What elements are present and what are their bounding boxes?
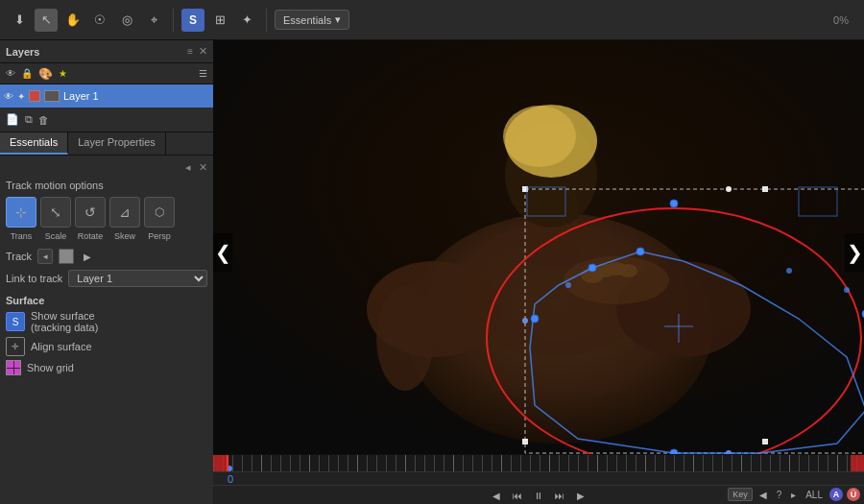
skew-label: Skew bbox=[109, 231, 140, 241]
timeline-help-btn[interactable]: ? bbox=[774, 489, 785, 501]
separator-2 bbox=[266, 9, 267, 32]
badge-u[interactable]: Ü bbox=[847, 488, 860, 501]
layer-color bbox=[29, 90, 40, 102]
add-layer-icon[interactable]: 📄 bbox=[6, 113, 19, 126]
layer-star-icon: ✦ bbox=[17, 91, 25, 102]
skew-icon bbox=[119, 204, 131, 220]
svg-point-31 bbox=[670, 200, 678, 207]
layers-close-icon[interactable]: ✕ bbox=[199, 45, 207, 58]
show-grid-row: Show grid bbox=[6, 360, 207, 375]
rotate-button[interactable] bbox=[75, 197, 106, 228]
svg-point-38 bbox=[786, 268, 792, 274]
svg-point-8 bbox=[503, 106, 576, 167]
timeline-all-btn[interactable]: ALL bbox=[803, 489, 826, 501]
layers-title: Layers bbox=[6, 46, 39, 58]
rotate-icon bbox=[84, 204, 96, 220]
layers-icons-row: 👁 🔒 🎨 ★ ☰ bbox=[0, 63, 213, 84]
persp-icon bbox=[155, 205, 164, 219]
svg-point-24 bbox=[522, 318, 528, 324]
timeline-play-btn[interactable]: ▶ bbox=[572, 487, 589, 504]
svg-rect-17 bbox=[762, 186, 768, 192]
separator-1 bbox=[173, 9, 174, 32]
select-tool[interactable]: ↖ bbox=[35, 9, 58, 32]
delete-layer-icon[interactable]: 🗑 bbox=[38, 114, 49, 126]
persp-label: Persp bbox=[144, 231, 175, 241]
lock-icon[interactable]: 🔒 bbox=[21, 68, 33, 79]
layers-menu-icon[interactable]: ≡ bbox=[187, 46, 193, 57]
motion-labels-row: Trans Scale Rotate Skew Persp bbox=[6, 231, 207, 241]
top-toolbar: ⬇ ↖ ✋ ☉ ◎ ⌖ S ⊞ ✦ Essentials ▾ 0% bbox=[0, 0, 864, 40]
s-tool[interactable]: S bbox=[181, 9, 204, 32]
svg-rect-19 bbox=[522, 439, 528, 444]
timeline-step-fwd-btn[interactable]: ⏭ bbox=[551, 487, 568, 504]
star-tool[interactable]: ✦ bbox=[235, 9, 258, 32]
scale-icon bbox=[50, 204, 61, 220]
trans-button[interactable] bbox=[6, 197, 36, 228]
timeline-pause-btn[interactable]: ⏸ bbox=[530, 487, 547, 504]
timeline-end-marker bbox=[851, 455, 864, 472]
hand-tool[interactable]: ✋ bbox=[61, 9, 84, 32]
timeline-scrub[interactable]: 0 bbox=[213, 472, 864, 486]
timeline: 0 ◀ ⏮ ⏸ ⏭ ▶ Key ◀ ? ▸ ALL A Ü bbox=[213, 454, 864, 504]
scale-button[interactable] bbox=[40, 197, 71, 228]
timeline-go-start-btn[interactable]: ◀ bbox=[488, 487, 505, 504]
skew-button[interactable] bbox=[109, 197, 140, 228]
timeline-frame-number: 0 bbox=[221, 473, 240, 485]
timeline-playhead[interactable] bbox=[227, 455, 228, 471]
tab-layer-properties[interactable]: Layer Properties bbox=[68, 132, 166, 155]
eye-icon[interactable]: 👁 bbox=[6, 68, 15, 79]
ruler-major-marks bbox=[213, 455, 864, 471]
persp-button[interactable] bbox=[144, 197, 175, 228]
canvas-prev-button[interactable]: ❮ bbox=[213, 233, 232, 272]
timeline-step-back-btn[interactable]: ⏮ bbox=[509, 487, 526, 504]
layer-1-row[interactable]: 👁 ✦ Layer 1 bbox=[0, 84, 213, 108]
track-back-btn[interactable]: ◂ bbox=[37, 249, 53, 264]
svg-point-22 bbox=[726, 186, 732, 192]
track-row: Track ◂ ▶ bbox=[6, 249, 207, 264]
essentials-dropdown[interactable]: Essentials ▾ bbox=[275, 10, 349, 30]
panel-close-icon[interactable]: ✕ bbox=[199, 161, 207, 174]
show-grid-label: Show grid bbox=[27, 362, 74, 373]
timeline-right-controls: Key ◀ ? ▸ ALL A Ü bbox=[728, 485, 860, 504]
align-surface-label: Align surface bbox=[31, 341, 92, 352]
trans-icon bbox=[15, 204, 27, 220]
canvas-svg[interactable] bbox=[213, 40, 864, 454]
star-layer-icon[interactable]: ★ bbox=[59, 68, 67, 79]
list-icon[interactable]: ☰ bbox=[199, 68, 207, 79]
cursor-tool[interactable]: ⌖ bbox=[142, 9, 165, 32]
link-to-track-select[interactable]: Layer 1 bbox=[68, 270, 207, 287]
download-tool[interactable]: ⬇ bbox=[8, 9, 31, 32]
circle-tool[interactable]: ◎ bbox=[115, 9, 138, 32]
layers-panel-header: Layers ≡ ✕ bbox=[0, 40, 213, 63]
color-icon[interactable]: 🎨 bbox=[38, 67, 53, 81]
scale-label: Scale bbox=[40, 231, 71, 241]
timeline-start-marker bbox=[213, 455, 227, 472]
rotate-label: Rotate bbox=[75, 231, 106, 241]
track-stop-btn[interactable] bbox=[59, 249, 74, 264]
align-surface-row: ✛ Align surface bbox=[6, 337, 207, 356]
canvas-area[interactable] bbox=[213, 40, 864, 454]
svg-point-39 bbox=[844, 287, 850, 293]
tab-essentials[interactable]: Essentials bbox=[0, 132, 68, 155]
badge-a[interactable]: A bbox=[829, 488, 843, 501]
grid-tool[interactable]: ⊞ bbox=[208, 9, 231, 32]
left-panel: Layers ≡ ✕ 👁 🔒 🎨 ★ ☰ 👁 ✦ Layer 1 📄 ⧉ 🗑 E… bbox=[0, 40, 213, 504]
key-button[interactable]: Key bbox=[728, 488, 753, 501]
panel-collapse-icon[interactable]: ◂ bbox=[185, 161, 191, 174]
show-surface-icon: S bbox=[6, 312, 25, 331]
timeline-menu-btn[interactable]: ▸ bbox=[788, 489, 799, 501]
grab-tool[interactable]: ☉ bbox=[88, 9, 111, 32]
link-to-track-row: Link to track Layer 1 bbox=[6, 270, 207, 287]
motion-icons-row bbox=[6, 197, 207, 228]
surface-title: Surface bbox=[6, 295, 207, 306]
motion-options-panel: ◂ ✕ Track motion options Trans Scal bbox=[0, 156, 213, 504]
track-label: Track bbox=[6, 251, 32, 262]
motion-options-title: Track motion options bbox=[6, 180, 207, 191]
track-play-btn[interactable]: ▶ bbox=[80, 249, 95, 264]
align-surface-icon: ✛ bbox=[6, 337, 25, 356]
canvas-next-button[interactable]: ❯ bbox=[845, 233, 864, 272]
timeline-arrow-left[interactable]: ◀ bbox=[756, 489, 770, 501]
svg-point-29 bbox=[531, 315, 539, 323]
copy-layer-icon[interactable]: ⧉ bbox=[25, 113, 33, 126]
timeline-ruler[interactable] bbox=[213, 455, 864, 472]
